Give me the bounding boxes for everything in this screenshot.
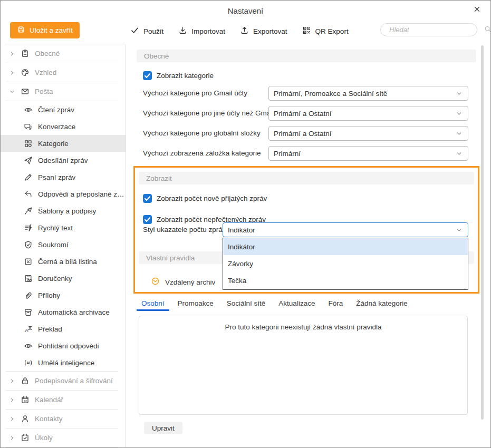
sidebar-item-label: Čtení zpráv [38, 106, 74, 114]
sidebar-item-rychly-text[interactable]: Rychlý text [1, 219, 126, 236]
dropdown-option-zavorky[interactable]: Závorky [223, 255, 468, 272]
counter-style-label: Styl ukazatele počtu zpráv [143, 222, 226, 237]
sidebar-item-label: Konverzace [38, 123, 75, 131]
chevron-down-icon [456, 227, 463, 233]
palette-icon [21, 68, 30, 77]
import-button[interactable]: Importovat [178, 26, 225, 36]
sidebar-item-kategorie[interactable]: Kategorie [1, 135, 126, 152]
person-icon [21, 414, 30, 423]
section-header-obecne: Obecné [137, 50, 476, 62]
tab-aktualizace[interactable]: Aktualizace [274, 297, 320, 311]
toolbar-actions: Použít Importovat Exportovat QR Export [130, 24, 349, 38]
fountain-pen-icon [24, 207, 33, 216]
sidebar-item-dorucenky[interactable]: Doručenky [1, 270, 126, 287]
sidebar-item-label: Pošta [35, 87, 53, 95]
new-count-checkbox[interactable] [143, 194, 152, 203]
chevron-right-icon [9, 51, 15, 57]
remote-archive-item[interactable]: Vzdálený archiv [151, 277, 215, 287]
counter-style-select[interactable]: Indikátor [223, 222, 468, 237]
sidebar-item-pohlidani-odpovedi[interactable]: Pohlídání odpovědi [1, 337, 126, 354]
emclient-logo-icon [151, 277, 160, 287]
search-input[interactable] [388, 25, 484, 34]
sidebar-item-odesilani-zprav[interactable]: Odesílání zpráv [1, 152, 126, 169]
watch-reply-eye-icon [24, 342, 33, 350]
sidebar-item-ukoly[interactable]: Úkoly [1, 428, 126, 447]
default-tab-select[interactable]: Primární [268, 146, 468, 161]
sidebar-item-label: Rychlý text [38, 224, 73, 232]
export-label: Exportovat [253, 27, 287, 35]
sidebar-item-konverzace[interactable]: Konverzace [1, 118, 126, 135]
sidebar-item-sablony-a-podpisy[interactable]: Šablony a podpisy [1, 202, 126, 219]
chevron-right-icon [9, 70, 15, 76]
sidebar-item-automaticka-archivace[interactable]: Automatická archivace [1, 304, 126, 320]
chevron-down-icon [456, 150, 463, 157]
search-box [380, 23, 477, 36]
show-categories-label: Zobrazit kategorie [157, 71, 214, 80]
global-folders-select[interactable]: Primární a Ostatní [268, 126, 468, 141]
non-gmail-categories-select[interactable]: Primární a Ostatní [268, 106, 468, 121]
export-button[interactable]: Exportovat [240, 26, 287, 36]
paperclip-icon [24, 291, 33, 300]
sidebar-item-vzhled[interactable]: Vzhled [1, 63, 126, 82]
sidebar-item-label: Doručenky [38, 275, 72, 283]
default-tab-value: Primární [274, 150, 456, 158]
default-tab-label: Výchozí zobrazená záložka kategorie [143, 146, 261, 161]
apply-button[interactable]: Použít [130, 26, 163, 36]
sidebar-item-label: Kalendář [35, 396, 63, 404]
sidebar-item-label: Automatická archivace [38, 308, 110, 316]
apply-label: Použít [143, 27, 163, 35]
import-label: Importovat [191, 27, 225, 35]
sidebar-item-odpovedi[interactable]: Odpovědi a přeposlané zpr… [1, 186, 126, 202]
rules-empty-message: Pro tuto kategorii neexistují žádná vlas… [225, 323, 381, 331]
edit-button-label: Upravit [152, 424, 175, 432]
chevron-right-icon [9, 416, 15, 422]
translate-letter: A [25, 327, 28, 333]
sidebar-item-preklad[interactable]: A Překlad [1, 320, 126, 337]
tab-promoakce[interactable]: Promoakce [173, 297, 218, 311]
sidebar-item-podepisovani[interactable]: Podepisování a šifrování [1, 372, 126, 390]
dropdown-option-tecka[interactable]: Tečka [223, 272, 468, 289]
save-and-close-button[interactable]: Uložit a zavřít [10, 22, 80, 38]
chevron-right-icon [9, 378, 15, 384]
content-scrollbar[interactable] [481, 45, 484, 420]
sidebar-item-cerna-bila-listina[interactable]: Černá a bílá listina [1, 253, 126, 270]
settings-window: Nastavení Uložit a zavřít Použít Importo… [0, 0, 491, 448]
show-categories-checkbox[interactable] [143, 71, 152, 80]
quick-text-icon [24, 223, 33, 232]
sidebar-item-soukromi[interactable]: Soukromí [1, 236, 126, 253]
sidebar-item-umela-inteligence[interactable]: AI Umělá inteligence [1, 354, 126, 371]
save-and-close-label: Uložit a zavřít [30, 26, 73, 34]
reply-arrow-icon [24, 190, 33, 199]
tab-socialni-site[interactable]: Sociální sítě [222, 297, 271, 311]
dropdown-option-indikator[interactable]: Indikátor [223, 238, 468, 255]
tasks-calendar-icon [21, 433, 30, 442]
gmail-categories-select[interactable]: Primární, Promoakce a Sociální sítě [268, 86, 468, 101]
sidebar-item-prilohy[interactable]: Přílohy [1, 287, 126, 304]
settings-content: Obecné Zobrazit kategorie Výchozí katego… [126, 44, 490, 447]
new-count-label: Zobrazit počet nově přijatých zpráv [157, 194, 267, 203]
tab-osobni[interactable]: Osobní [137, 297, 169, 311]
sidebar-item-posta[interactable]: Pošta [1, 82, 126, 101]
gmail-categories-label: Výchozí kategorie pro Gmail účty [143, 86, 247, 101]
receipt-envelope-icon [24, 274, 33, 283]
sidebar-item-kalendar[interactable]: 12 Kalendář [1, 391, 126, 409]
sidebar-item-kontakty[interactable]: Kontakty [1, 410, 126, 428]
shield-check-icon [24, 240, 33, 249]
section-header-zobrazit: Zobrazit [139, 172, 474, 184]
archive-box-icon [24, 308, 33, 317]
sidebar-item-obecne[interactable]: Obecné [1, 44, 126, 63]
non-gmail-categories-label: Výchozí kategorie pro jiné účty než Gmai… [143, 106, 274, 121]
tab-fora[interactable]: Fóra [323, 297, 348, 311]
chevron-down-icon [456, 130, 463, 137]
search-icon [484, 25, 491, 34]
sidebar-item-cteni-zprav[interactable]: Čtení zpráv [1, 101, 126, 118]
edit-button[interactable]: Upravit [144, 422, 182, 434]
sidebar-item-label: Obecné [35, 50, 60, 57]
close-button[interactable] [474, 6, 483, 15]
tab-zadna-kategorie[interactable]: Žádná kategorie [351, 297, 412, 311]
sidebar-item-label: Přílohy [38, 291, 60, 299]
sidebar-item-psani-zprav[interactable]: Psaní zpráv [1, 169, 126, 186]
sidebar-item-label: Psaní zpráv [38, 173, 75, 181]
qr-export-button[interactable]: QR Export [302, 26, 349, 36]
counter-style-value: Indikátor [228, 226, 456, 234]
